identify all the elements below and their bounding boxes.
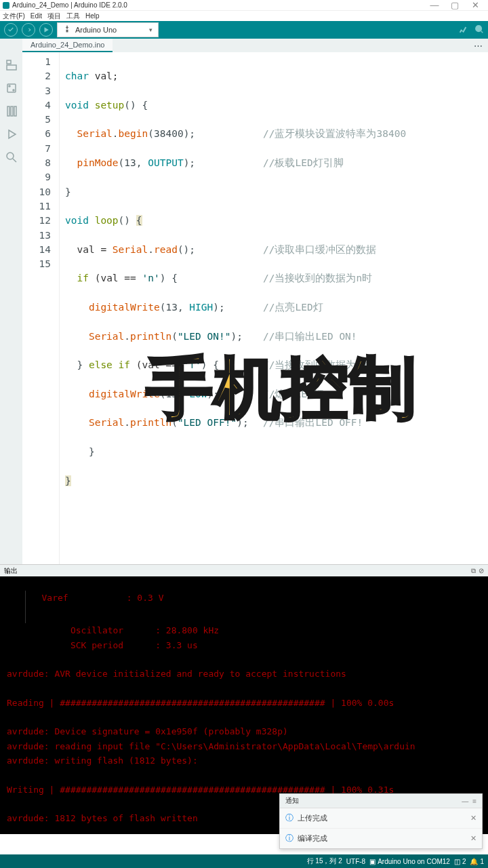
menubar: 文件(F) Edit 项目 工具 Help [0, 11, 488, 21]
line-gutter: 123456789101112131415 [22, 52, 60, 564]
arrow-right-icon [25, 26, 32, 33]
play-icon [43, 26, 49, 33]
menu-edit[interactable]: Edit [30, 12, 42, 20]
tab-label: Arduino_24_Demo.ino [30, 41, 104, 49]
svg-rect-2 [7, 65, 16, 70]
tab-bar: Arduino_24_Demo.ino ⋯ [0, 39, 488, 52]
sketchbook-icon[interactable] [5, 59, 18, 71]
svg-point-9 [7, 153, 14, 159]
board-selector-label: Arduino Uno [75, 26, 117, 34]
menu-file[interactable]: 文件(F) [3, 12, 25, 21]
toolbar: Arduino Uno ▾ [0, 21, 488, 39]
search-icon[interactable] [5, 151, 18, 163]
debug-button[interactable] [39, 23, 53, 37]
tab-overflow-icon[interactable]: ⋯ [474, 41, 488, 51]
output-copy-icon[interactable]: ⧉ [471, 567, 476, 575]
notifications-count[interactable]: ◫ 2 [454, 858, 466, 865]
minimize-button[interactable]: — [424, 0, 445, 10]
check-icon [7, 26, 14, 33]
output-label: 输出 [4, 566, 18, 576]
notification-item: ⓘ 上传完成 ✕ [280, 808, 482, 829]
svg-point-5 [13, 90, 14, 91]
verify-button[interactable] [4, 23, 18, 37]
svg-rect-6 [7, 106, 9, 116]
overlay-caption: 手机控制 [146, 381, 418, 395]
svg-rect-1 [7, 60, 11, 64]
svg-point-0 [476, 25, 482, 31]
boards-icon[interactable] [5, 82, 18, 94]
upload-button[interactable] [22, 23, 35, 37]
activity-bar [0, 52, 22, 564]
close-button[interactable]: ✕ [465, 0, 485, 10]
main-area: 123456789101112131415 char val; void set… [0, 52, 488, 564]
info-icon: ⓘ [285, 812, 293, 824]
debug-icon[interactable] [5, 128, 18, 140]
app-icon [3, 2, 9, 9]
notification-collapse-icon[interactable]: ≡ [472, 797, 476, 805]
statusbar: 行 15，列 2 UTF-8 ▣ Arduino Uno on COM12 ◫ … [0, 854, 488, 868]
cursor-position[interactable]: 行 15，列 2 [307, 856, 342, 866]
notification-panel: 通知 — ≡ ⓘ 上传完成 ✕ ⓘ 编译完成 ✕ [279, 793, 483, 849]
bell-icon[interactable]: 🔔 1 [470, 858, 484, 865]
svg-rect-7 [11, 106, 13, 116]
serial-monitor-icon[interactable] [474, 24, 484, 36]
menu-tools[interactable]: 工具 [66, 12, 80, 21]
close-icon[interactable]: ✕ [470, 834, 476, 843]
board-port[interactable]: ▣ Arduino Uno on COM12 [369, 858, 450, 865]
menu-project[interactable]: 项目 [47, 12, 61, 21]
code-editor[interactable]: 123456789101112131415 char val; void set… [22, 52, 488, 564]
encoding[interactable]: UTF-8 [346, 858, 365, 865]
plotter-icon[interactable] [458, 24, 468, 36]
window-title: Arduino_24_Demo | Arduino IDE 2.0.0 [12, 1, 127, 9]
notification-header: 通知 — ≡ [280, 794, 482, 808]
code-content[interactable]: char val; void setup() { Serial.begin(38… [60, 52, 488, 564]
notification-minimize-icon[interactable]: — [462, 797, 468, 805]
tab-sketch[interactable]: Arduino_24_Demo.ino [22, 39, 113, 52]
notification-text: 编译完成 [298, 833, 327, 844]
svg-rect-8 [14, 106, 16, 116]
menu-help[interactable]: Help [85, 12, 100, 20]
info-icon: ⓘ [285, 833, 293, 844]
library-icon[interactable] [5, 105, 18, 117]
output-clear-icon[interactable]: ⊘ [479, 567, 484, 575]
maximize-button[interactable]: ▢ [445, 0, 465, 10]
svg-point-4 [9, 85, 10, 87]
notification-text: 上传完成 [298, 813, 327, 823]
notification-title: 通知 [285, 796, 299, 806]
close-icon[interactable]: ✕ [470, 814, 476, 823]
chevron-down-icon: ▾ [149, 26, 152, 33]
output-header: 输出 ⧉ ⊘ [0, 564, 488, 576]
usb-icon [63, 25, 71, 35]
window-titlebar: Arduino_24_Demo | Arduino IDE 2.0.0 — ▢ … [0, 0, 488, 11]
board-selector[interactable]: Arduino Uno ▾ [57, 22, 159, 37]
notification-item: ⓘ 编译完成 ✕ [280, 829, 482, 848]
